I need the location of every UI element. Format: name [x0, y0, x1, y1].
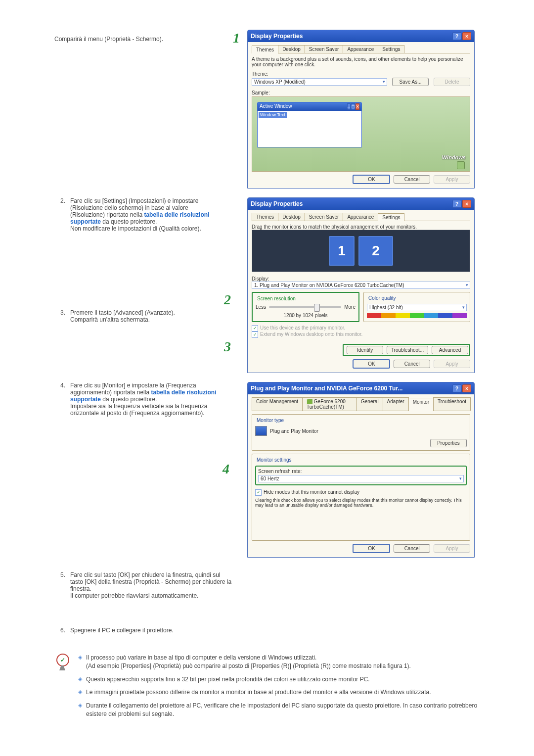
apply-button: Apply [434, 544, 470, 553]
callout-2: 2 [224, 292, 231, 308]
step-subtext: Il computer potrebbe riavviarsi automati… [70, 592, 198, 599]
help-icon[interactable]: ? [452, 384, 461, 392]
step-6: 6. Spegnere il PC e collegare il proiett… [54, 627, 232, 634]
resolution-slider[interactable] [269, 306, 341, 308]
tab-monitor[interactable]: Monitor [408, 398, 434, 411]
dlg1-tabs: Themes Desktop Screen Saver Appearance S… [252, 45, 470, 53]
note-item: ◈Durante il collegamento del proiettore … [78, 702, 490, 718]
step-number: 3. [54, 309, 70, 323]
apply-button: Apply [434, 175, 470, 184]
tab-desktop[interactable]: Desktop [278, 213, 305, 221]
step-number: 6. [54, 627, 70, 634]
theme-sample: Active Window – □ × Window Text Windows [252, 96, 470, 172]
tab-screensaver[interactable]: Screen Saver [305, 45, 344, 53]
color-quality-select[interactable]: Highest (32 bit) [367, 304, 467, 311]
properties-button[interactable]: Properties [430, 439, 467, 447]
step-text: Premere il tasto [Advanced] (Avanzate). [70, 309, 175, 316]
monitor-1-icon[interactable]: 1 [329, 236, 355, 266]
dlg2-title: Display Properties [251, 200, 303, 207]
ok-button[interactable]: OK [353, 175, 390, 184]
step-text: Spegnere il PC e collegare il proiettore… [70, 627, 174, 634]
refresh-rate-select[interactable]: 60 Hertz [258, 475, 464, 482]
hide-modes-warning: Clearing this check box allows you to se… [255, 498, 467, 508]
tab-geforce[interactable]: 🟩 GeForce 6200 TurboCache(TM) [302, 397, 357, 411]
monitor-2-icon[interactable]: 2 [358, 236, 393, 266]
tab-general[interactable]: General [356, 397, 383, 411]
tab-adapter[interactable]: Adapter [383, 397, 409, 411]
step-2: 2. Fare clic su [Settings] (Impostazioni… [54, 197, 218, 232]
monitor-settings-legend: Monitor settings [255, 457, 293, 463]
sample-window-text: Window Text [259, 112, 287, 118]
note-text: Durante il collegamento del proiettore a… [86, 702, 490, 718]
close-icon: × [356, 103, 359, 110]
tab-themes[interactable]: Themes [252, 46, 278, 53]
theme-label: Theme: [252, 71, 470, 77]
close-icon[interactable]: × [462, 32, 471, 40]
cancel-button[interactable]: Cancel [394, 544, 430, 553]
recycle-bin-icon [457, 161, 465, 169]
cancel-button[interactable]: Cancel [394, 360, 430, 368]
tab-desktop[interactable]: Desktop [278, 45, 305, 53]
screen-resolution-legend: Screen resolution [256, 296, 297, 301]
tab-settings[interactable]: Settings [378, 45, 404, 53]
sample-active-window: Active Window [260, 103, 292, 110]
step-3: 3. Premere il tasto [Advanced] (Avanzate… [54, 309, 218, 323]
monitor-type-group: Monitor type Plug and Play Monitor Prope… [252, 414, 470, 451]
step-text: Fare clic sul tasto [OK] per chiudere la… [70, 571, 231, 592]
close-icon[interactable]: × [462, 384, 471, 392]
step-number: 5. [54, 571, 70, 599]
hide-modes-checkbox[interactable]: ✓Hide modes that this monitor cannot dis… [255, 489, 467, 496]
identify-button[interactable]: Identify [347, 346, 383, 354]
display-select[interactable]: 1. Plug and Play Monitor on NVIDIA GeFor… [252, 282, 470, 289]
tab-troubleshoot[interactable]: Troubleshoot [433, 397, 471, 411]
ok-button[interactable]: OK [353, 359, 390, 369]
ok-button[interactable]: OK [353, 544, 390, 553]
note-item: ◈Le immagini proiettate possono differir… [78, 688, 490, 697]
help-icon[interactable]: ? [452, 32, 461, 40]
monitor-settings-group: 4 Monitor settings Screen refresh rate: … [252, 454, 470, 541]
checkbox-icon: ✓ [252, 331, 258, 338]
save-as-button[interactable]: Save As... [392, 78, 429, 86]
dialog-display-properties-themes: 1 Display Properties ? × Themes Desktop … [247, 30, 475, 189]
step-text-tail: da questo proiettore. [101, 218, 157, 225]
step-subtext: Impostare sia la frequenza verticale sia… [70, 403, 207, 417]
cancel-button[interactable]: Cancel [394, 175, 430, 184]
tab-screensaver[interactable]: Screen Saver [305, 213, 344, 221]
sample-label: Sample: [252, 90, 470, 95]
callout-3: 3 [224, 339, 231, 355]
diamond-icon: ◈ [78, 654, 82, 670]
note-item: ◈Questo apparecchio supporta fino a 32 b… [78, 675, 490, 684]
minimize-icon: – [347, 103, 351, 110]
dialog-display-properties-settings: Display Properties ? × Themes Desktop Sc… [247, 197, 475, 373]
note-text: Le immagini proiettate possono differire… [86, 688, 431, 697]
tab-color-management[interactable]: Color Management [252, 397, 303, 411]
slider-more-label: More [344, 304, 356, 310]
dlg3-tabs: Color Management 🟩 GeForce 6200 TurboCac… [252, 397, 470, 411]
tab-appearance[interactable]: Appearance [343, 45, 378, 53]
step-5: 5. Fare clic sul tasto [OK] per chiudere… [54, 571, 232, 599]
tab-themes[interactable]: Themes [252, 213, 278, 221]
display-label: Display: [252, 276, 470, 282]
tab-settings[interactable]: Settings [378, 213, 404, 221]
monitor-arrangement[interactable]: 1 2 [252, 230, 470, 272]
primary-monitor-checkbox: ✓Use this device as the primary monitor. [252, 325, 470, 331]
note-text: Il processo può variare in base al tipo … [86, 654, 411, 670]
note-text: Questo apparecchio supporta fino a 32 bi… [86, 675, 370, 684]
extend-desktop-checkbox: ✓Extend my Windows desktop onto this mon… [252, 331, 470, 338]
advanced-button[interactable]: Advanced [432, 346, 468, 354]
step-text-tail: da questo proiettore. [101, 396, 157, 403]
close-icon[interactable]: × [462, 200, 471, 208]
checkbox-icon: ✓ [255, 489, 262, 496]
callout-1: 1 [233, 30, 240, 46]
theme-select[interactable]: Windows XP (Modified) [252, 78, 387, 86]
color-quality-group: Color quality Highest (32 bit) [363, 292, 470, 322]
help-icon[interactable]: ? [452, 200, 461, 208]
refresh-rate-label: Screen refresh rate: [258, 469, 464, 474]
dlg1-desc: A theme is a background plus a set of so… [252, 56, 470, 67]
diamond-icon: ◈ [78, 675, 82, 684]
troubleshoot-button[interactable]: Troubleshoot... [387, 346, 428, 354]
dlg3-title: Plug and Play Monitor and NVIDIA GeForce… [251, 385, 402, 392]
dlg2-instruction: Drag the monitor icons to match the phys… [252, 224, 470, 230]
diamond-icon: ◈ [78, 688, 82, 697]
tab-appearance[interactable]: Appearance [343, 213, 378, 221]
